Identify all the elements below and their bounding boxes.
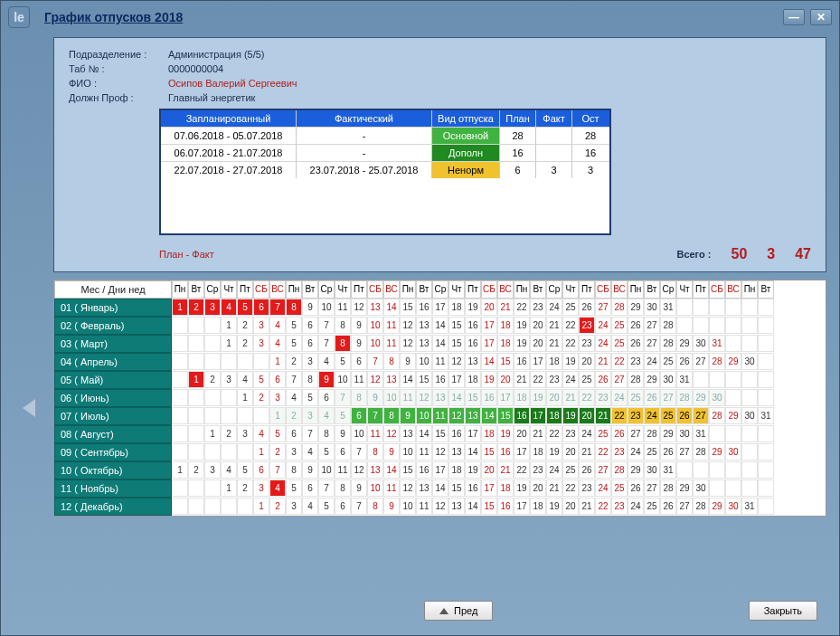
day-cell[interactable]: 10: [416, 353, 432, 370]
day-cell[interactable]: 23: [595, 389, 611, 406]
day-cell[interactable]: 1: [253, 498, 269, 515]
day-cell[interactable]: 26: [660, 498, 676, 515]
day-cell[interactable]: 25: [644, 443, 660, 460]
day-cell[interactable]: 31: [693, 425, 709, 442]
day-cell[interactable]: 18: [530, 498, 546, 515]
day-cell[interactable]: 5: [286, 335, 302, 352]
day-cell[interactable]: 21: [579, 498, 595, 515]
day-cell[interactable]: 30: [660, 371, 676, 388]
day-cell[interactable]: 8: [318, 425, 335, 442]
day-cell[interactable]: 5: [318, 498, 335, 515]
day-cell[interactable]: 26: [628, 335, 644, 352]
day-cell[interactable]: 9: [351, 317, 367, 334]
day-cell[interactable]: 11: [416, 443, 432, 460]
day-cell[interactable]: 20: [562, 443, 579, 460]
day-cell[interactable]: 3: [286, 443, 302, 460]
day-cell[interactable]: 14: [432, 335, 448, 352]
day-cell[interactable]: 1: [172, 461, 188, 479]
day-cell[interactable]: 30: [644, 299, 660, 316]
day-cell[interactable]: 23: [628, 353, 644, 370]
month-label[interactable]: 09 ( Сентябрь): [54, 443, 172, 461]
day-cell[interactable]: 11: [367, 425, 383, 442]
day-cell[interactable]: 8: [335, 317, 351, 334]
day-cell[interactable]: 14: [481, 407, 497, 424]
day-cell[interactable]: 1: [237, 389, 253, 406]
day-cell[interactable]: 12: [400, 317, 416, 334]
day-cell[interactable]: 27: [595, 299, 611, 316]
month-label[interactable]: 01 ( Январь): [54, 299, 172, 317]
day-cell[interactable]: 16: [416, 299, 432, 316]
day-cell[interactable]: 18: [497, 479, 514, 497]
day-cell[interactable]: 8: [367, 498, 383, 515]
day-cell[interactable]: 28: [709, 353, 725, 370]
day-cell[interactable]: 22: [514, 461, 530, 479]
day-cell[interactable]: 25: [611, 335, 628, 352]
day-cell[interactable]: 2: [237, 335, 253, 352]
day-cell[interactable]: 8: [383, 353, 400, 370]
day-cell[interactable]: 29: [725, 407, 741, 424]
day-cell[interactable]: 23: [579, 317, 595, 334]
day-cell[interactable]: 8: [383, 407, 400, 424]
day-cell[interactable]: 14: [416, 425, 432, 442]
day-cell[interactable]: 9: [367, 389, 383, 406]
day-cell[interactable]: 28: [676, 389, 693, 406]
day-cell[interactable]: 16: [497, 443, 514, 460]
day-cell[interactable]: 8: [335, 335, 351, 352]
day-cell[interactable]: 14: [432, 479, 448, 497]
day-cell[interactable]: 24: [579, 425, 595, 442]
day-cell[interactable]: 4: [253, 425, 269, 442]
day-cell[interactable]: 24: [546, 299, 562, 316]
day-cell[interactable]: 1: [269, 353, 286, 370]
day-cell[interactable]: 19: [546, 498, 562, 515]
day-cell[interactable]: 27: [628, 425, 644, 442]
day-cell[interactable]: 25: [660, 353, 676, 370]
day-cell[interactable]: 11: [383, 479, 400, 497]
day-cell[interactable]: 10: [400, 498, 416, 515]
day-cell[interactable]: 26: [628, 317, 644, 334]
day-cell[interactable]: 6: [302, 317, 318, 334]
day-cell[interactable]: 27: [676, 443, 693, 460]
day-cell[interactable]: 27: [644, 317, 660, 334]
day-cell[interactable]: 25: [611, 479, 628, 497]
day-cell[interactable]: 7: [367, 353, 383, 370]
day-cell[interactable]: 12: [351, 461, 367, 479]
day-cell[interactable]: 11: [383, 335, 400, 352]
day-cell[interactable]: 20: [579, 353, 595, 370]
day-cell[interactable]: 6: [286, 425, 302, 442]
day-cell[interactable]: 17: [481, 335, 497, 352]
day-cell[interactable]: 30: [693, 335, 709, 352]
day-cell[interactable]: 30: [741, 353, 758, 370]
month-label[interactable]: 12 ( Декабрь): [54, 498, 172, 516]
day-cell[interactable]: 19: [546, 443, 562, 460]
day-cell[interactable]: 7: [335, 389, 351, 406]
day-cell[interactable]: 28: [628, 371, 644, 388]
day-cell[interactable]: 14: [481, 353, 497, 370]
day-cell[interactable]: 19: [481, 371, 497, 388]
day-cell[interactable]: 13: [448, 443, 465, 460]
day-cell[interactable]: 31: [758, 407, 774, 424]
day-cell[interactable]: 10: [367, 479, 383, 497]
day-cell[interactable]: 9: [351, 335, 367, 352]
day-cell[interactable]: 12: [416, 389, 432, 406]
day-cell[interactable]: 3: [221, 371, 237, 388]
month-label[interactable]: 07 ( Июль): [54, 407, 172, 425]
day-cell[interactable]: 16: [481, 389, 497, 406]
day-cell[interactable]: 10: [400, 443, 416, 460]
day-cell[interactable]: 6: [302, 335, 318, 352]
day-cell[interactable]: 21: [595, 407, 611, 424]
day-cell[interactable]: 12: [351, 299, 367, 316]
day-cell[interactable]: 27: [676, 498, 693, 515]
day-cell[interactable]: 5: [237, 299, 253, 316]
day-cell[interactable]: 28: [660, 479, 676, 497]
day-cell[interactable]: 1: [221, 317, 237, 334]
day-cell[interactable]: 29: [676, 335, 693, 352]
day-cell[interactable]: 7: [351, 443, 367, 460]
day-cell[interactable]: 13: [367, 461, 383, 479]
day-cell[interactable]: 16: [465, 335, 481, 352]
day-cell[interactable]: 8: [351, 389, 367, 406]
day-cell[interactable]: 22: [562, 479, 579, 497]
vacation-row[interactable]: 06.07.2018 - 21.07.2018-Дополн1616: [161, 144, 609, 161]
day-cell[interactable]: 13: [416, 335, 432, 352]
day-cell[interactable]: 26: [595, 371, 611, 388]
day-cell[interactable]: 20: [530, 479, 546, 497]
